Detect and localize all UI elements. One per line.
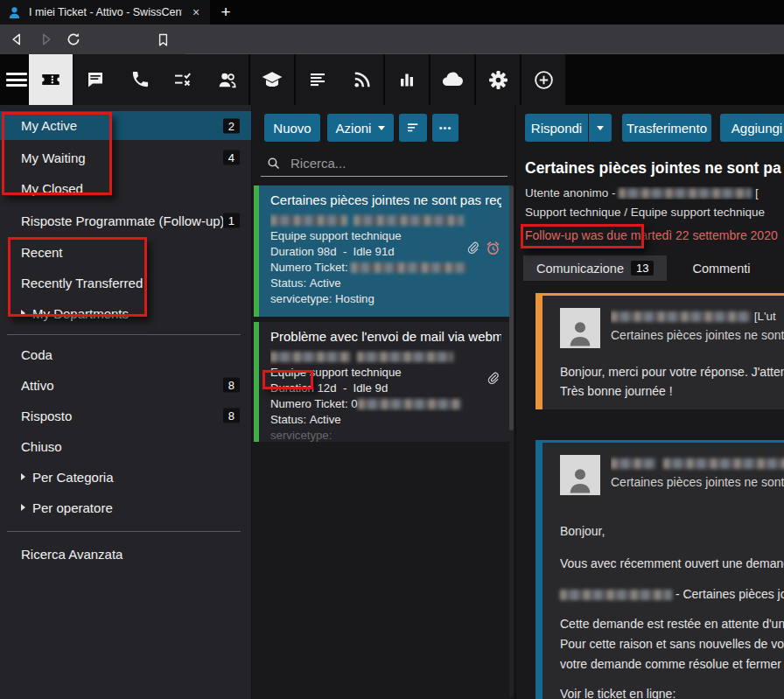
- avatar: [560, 455, 600, 495]
- bookmark-icon[interactable]: [152, 29, 173, 50]
- menu-icon[interactable]: [5, 71, 28, 88]
- message-card-support[interactable]: Certaines pièces jointes ne sont Bonjour…: [536, 440, 784, 699]
- tab-label: Comunicazione: [536, 262, 624, 276]
- ticket-list-panel: Nuovo Azioni ••• Certaines pièces jointe…: [252, 105, 514, 699]
- ticket-status-line: Status: Active: [270, 276, 501, 291]
- detail-tabs: Comunicazione 13 Commenti Allega: [523, 255, 784, 281]
- alarm-clock-icon: [485, 240, 501, 256]
- tab-commenti[interactable]: Commenti: [679, 255, 763, 281]
- sidebar-item-per-categoria[interactable]: Per Categoria: [0, 464, 251, 490]
- ticket-detail-panel: Rispondi Trasferimento Aggiungi Certaine…: [516, 105, 784, 699]
- back-icon[interactable]: [7, 29, 28, 50]
- nav-cloud-tab[interactable]: [430, 54, 474, 105]
- body-line: Bonjour,: [560, 521, 784, 541]
- favicon-person-icon: [7, 5, 22, 20]
- button-label: Nuovo: [273, 121, 311, 136]
- forward-icon[interactable]: [35, 29, 56, 50]
- sidebar-divider: [7, 531, 241, 532]
- tab-allegati[interactable]: Allega: [776, 255, 784, 281]
- tab-title: I miei Ticket - Attivo - SwissCenter: [29, 6, 182, 18]
- sidebar-item-label: Attivo: [21, 378, 54, 393]
- sidebar-item-label: Risposto: [21, 409, 72, 423]
- nav-feeds-tab[interactable]: [296, 54, 340, 105]
- more-options-button[interactable]: •••: [432, 114, 458, 142]
- sidebar-divider: [7, 334, 241, 335]
- person-icon: [565, 317, 595, 348]
- message-subject: Certaines pièces jointes ne sont: [611, 475, 784, 489]
- sidebar-item-coda[interactable]: Coda: [0, 341, 251, 367]
- ticket-list-scrollbar[interactable]: [509, 185, 514, 697]
- ticket-indicators: [486, 371, 500, 386]
- message-sender: [611, 457, 784, 470]
- followup-date: martedì 22 settembre 2020: [631, 228, 778, 242]
- message-header: Certaines pièces jointes ne sont: [542, 443, 784, 495]
- new-tab-button[interactable]: +: [215, 2, 236, 23]
- body-link-block: Voir le ticket en ligne: https://support…: [560, 684, 784, 699]
- ticket-title: Certaines pièces jointes ne sont pas reç…: [270, 192, 501, 207]
- message-header: [L'ut Certaines pièces jointes ne sont: [542, 296, 784, 348]
- sidebar-item-ricerca-avanzata[interactable]: Ricerca Avanzata: [0, 541, 251, 567]
- message-card-customer[interactable]: [L'ut Certaines pièces jointes ne sont B…: [536, 293, 784, 409]
- nav-tickets-tab[interactable]: [29, 54, 73, 105]
- gear-icon: [487, 69, 509, 91]
- sort-button[interactable]: [399, 114, 427, 142]
- nav-tasks-tab[interactable]: [161, 54, 205, 105]
- nav-knowledge-tab[interactable]: [250, 54, 294, 105]
- nav-reports-tab[interactable]: [385, 54, 429, 105]
- reply-button[interactable]: Rispondi: [525, 114, 588, 142]
- plus-circle-icon: [533, 69, 555, 91]
- button-label: Aggiungi: [732, 121, 782, 136]
- sidebar-item-chiuso[interactable]: Chiuso: [0, 433, 251, 459]
- swisscenter-ticket-app: I miei Ticket - Attivo - SwissCenter × +…: [0, 0, 784, 699]
- message-sender: [L'ut: [611, 310, 784, 323]
- sidebar-item-per-operatore[interactable]: Per operatore: [0, 494, 251, 521]
- reload-icon[interactable]: [63, 29, 84, 50]
- button-label: Rispondi: [531, 121, 582, 136]
- add-dropdown-button[interactable]: Aggiungi: [720, 114, 784, 142]
- reply-dropdown-button[interactable]: [589, 114, 612, 142]
- browser-tab-bar: I miei Ticket - Attivo - SwissCenter × +: [0, 0, 784, 24]
- nav-phone-tab[interactable]: [117, 54, 161, 105]
- annotation-box-recent-filters: [8, 237, 147, 317]
- annotation-box-followup: [521, 224, 644, 248]
- sidebar-item-followup[interactable]: Risposte Programmate (Follow-up) 1: [0, 207, 251, 234]
- button-label: Trasferimento: [626, 121, 707, 136]
- app-icon-toolbar: [0, 54, 784, 105]
- message-meta: [L'ut Certaines pièces jointes ne sont: [611, 308, 784, 348]
- expand-arrow-icon: [21, 504, 25, 511]
- close-tab-icon[interactable]: ×: [189, 5, 203, 19]
- more-icon: •••: [439, 122, 452, 133]
- nav-contacts-tab[interactable]: [205, 54, 248, 105]
- paperclip-icon: [466, 241, 480, 255]
- sidebar-item-attivo[interactable]: Attivo 8: [0, 372, 251, 398]
- body-line: Voir le ticket en ligne:: [560, 687, 676, 699]
- search-input[interactable]: [290, 156, 466, 171]
- phone-icon: [130, 70, 150, 90]
- body-line: Bonjour, merci pour votre réponse. J'att…: [560, 362, 784, 381]
- ticket-number-line: Numero Ticket: 0: [270, 396, 501, 412]
- nav-rss-tab[interactable]: [340, 54, 383, 105]
- nav-add-tab[interactable]: [522, 54, 565, 105]
- sidebar-item-risposto[interactable]: Risposto 8: [0, 402, 251, 429]
- ticket-number-line: Numero Ticket:: [270, 260, 501, 276]
- tab-comunicazione[interactable]: Comunicazione 13: [523, 255, 667, 281]
- rss-icon: [352, 70, 372, 90]
- chevron-down-icon: [597, 126, 604, 130]
- search-icon: [266, 156, 281, 171]
- sidebar-item-label: Ricerca Avanzata: [21, 547, 122, 562]
- body-line: Pour cette raison et sans nouvelles de v…: [560, 637, 784, 651]
- ticket-servicetype-line: servicetype:: [270, 428, 501, 444]
- browser-tab[interactable]: I miei Ticket - Attivo - SwissCenter ×: [0, 0, 210, 24]
- actions-dropdown-button[interactable]: Azioni: [327, 114, 394, 142]
- cloud-icon: [440, 67, 465, 92]
- nav-chat-tab[interactable]: [74, 54, 117, 105]
- new-ticket-button[interactable]: Nuovo: [264, 114, 320, 142]
- body-line: votre demande comme résolue et fermer: [560, 657, 781, 671]
- count-badge: 8: [223, 409, 240, 423]
- message-meta: Certaines pièces jointes ne sont: [611, 455, 784, 495]
- transfer-button[interactable]: Trasferimento: [622, 114, 711, 142]
- nav-settings-tab[interactable]: [476, 54, 520, 105]
- browser-toolbar: s: [0, 24, 784, 54]
- ticket-list-item[interactable]: Certaines pièces jointes ne sont pas reç…: [254, 185, 512, 317]
- body-ref-line: - Certaines pièces joi: [560, 584, 784, 604]
